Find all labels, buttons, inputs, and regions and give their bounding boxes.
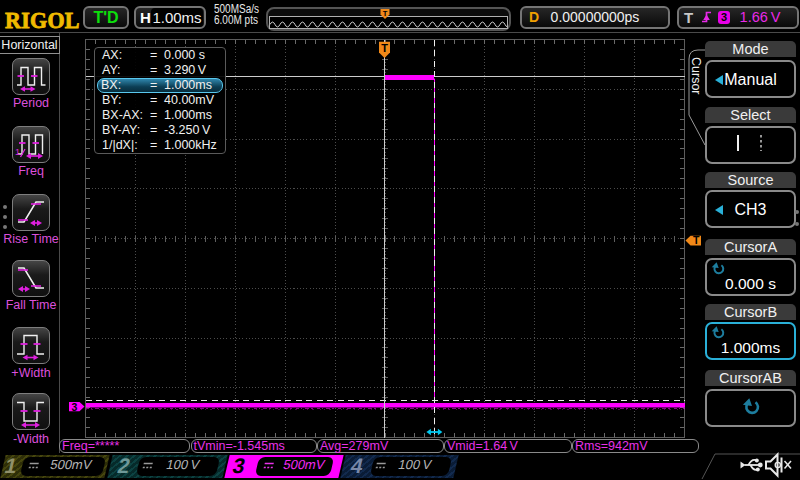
svg-text:1: 1 [15,147,20,157]
svg-text:T: T [693,234,700,246]
svg-text:T: T [383,9,388,18]
svg-text:3: 3 [72,401,78,413]
svg-text:T: T [381,42,388,54]
